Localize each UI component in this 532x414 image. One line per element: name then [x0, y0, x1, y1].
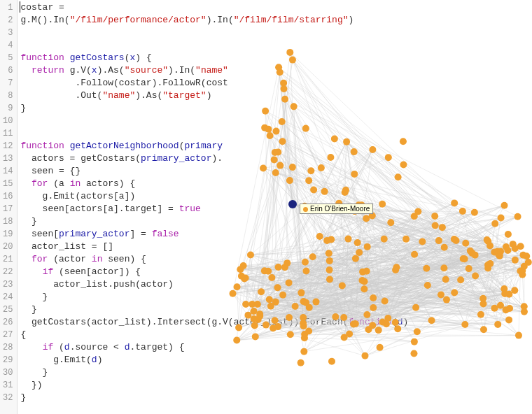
line-number: 2 [3, 14, 13, 27]
line-number: 32 [3, 392, 13, 404]
line-number: 8 [3, 90, 13, 102]
code-line[interactable] [20, 39, 414, 52]
line-number: 24 [3, 291, 13, 304]
code-line[interactable]: seen[primary_actor] = false [20, 228, 414, 241]
line-number: 19 [3, 228, 13, 241]
code-line[interactable]: } [20, 291, 414, 304]
code-line[interactable]: g.M().In("/film/performance/actor").In("… [20, 14, 414, 27]
line-number: 5 [3, 52, 13, 64]
line-number: 1 [3, 1, 13, 14]
line-number: 26 [3, 316, 13, 329]
line-number: 3 [3, 27, 13, 39]
line-number: 20 [3, 241, 13, 253]
code-line[interactable]: actor_list.push(actor) [20, 278, 414, 291]
code-line[interactable]: for (a in actors) { [20, 178, 414, 190]
code-line[interactable]: function getCostars(x) { [20, 52, 414, 64]
code-editor[interactable]: 1234567891011121314151617181920212223242… [0, 0, 532, 414]
code-line[interactable]: } [20, 304, 414, 316]
code-line[interactable]: } [20, 366, 414, 379]
line-number: 22 [3, 266, 13, 278]
code-line[interactable] [20, 27, 414, 39]
code-line[interactable]: { [20, 329, 414, 341]
code-line[interactable]: .Follow(costar).FollowR(cost [20, 77, 414, 90]
line-number: 7 [3, 77, 13, 90]
line-number: 16 [3, 190, 13, 203]
line-number: 11 [3, 127, 13, 140]
code-line[interactable] [20, 127, 414, 140]
code-line[interactable]: costar = [20, 1, 414, 14]
line-number: 4 [3, 39, 13, 52]
line-number: 10 [3, 115, 13, 127]
code-line[interactable]: actors = getCostars(primary_actor). [20, 152, 414, 165]
code-line[interactable]: if (seen[actor]) { [20, 266, 414, 278]
code-line[interactable]: } [20, 102, 414, 115]
line-number: 18 [3, 215, 13, 228]
line-number-gutter: 1234567891011121314151617181920212223242… [0, 0, 18, 414]
line-number: 30 [3, 366, 13, 379]
line-number: 17 [3, 203, 13, 215]
code-line[interactable]: } [20, 392, 414, 404]
code-line[interactable] [20, 115, 414, 127]
line-number: 28 [3, 341, 13, 354]
node-tooltip: Erin O'Brien-Moore [300, 204, 373, 214]
line-number: 9 [3, 102, 13, 115]
code-line[interactable]: getCostars(actor_list).Intersect(g.V(act… [20, 316, 414, 329]
line-number: 6 [3, 64, 13, 77]
tooltip-dot-icon [303, 207, 308, 212]
line-number: 21 [3, 253, 13, 266]
line-number: 23 [3, 278, 13, 291]
code-line[interactable]: seen = {} [20, 165, 414, 178]
code-line[interactable]: g.Emit(d) [20, 354, 414, 366]
code-line[interactable]: return g.V(x).As("source").In("name" [20, 64, 414, 77]
tooltip-label: Erin O'Brien-Moore [310, 205, 370, 213]
line-number: 12 [3, 140, 13, 152]
line-number: 25 [3, 304, 13, 316]
line-number: 29 [3, 354, 13, 366]
code-line[interactable]: if (d.source < d.target) { [20, 341, 414, 354]
code-line[interactable]: g.Emit(actors[a]) [20, 190, 414, 203]
line-number: 27 [3, 329, 13, 341]
code-line[interactable]: for (actor in seen) { [20, 253, 414, 266]
code-line[interactable]: function getActorNeighborhood(primary [20, 140, 414, 152]
line-number: 31 [3, 379, 13, 392]
code-line[interactable]: actor_list = [] [20, 241, 414, 253]
line-number: 14 [3, 165, 13, 178]
line-number: 15 [3, 178, 13, 190]
code-line[interactable]: } [20, 215, 414, 228]
line-number: 13 [3, 152, 13, 165]
code-line[interactable]: .Out("name").As("target") [20, 90, 414, 102]
code-line[interactable]: }) [20, 379, 414, 392]
